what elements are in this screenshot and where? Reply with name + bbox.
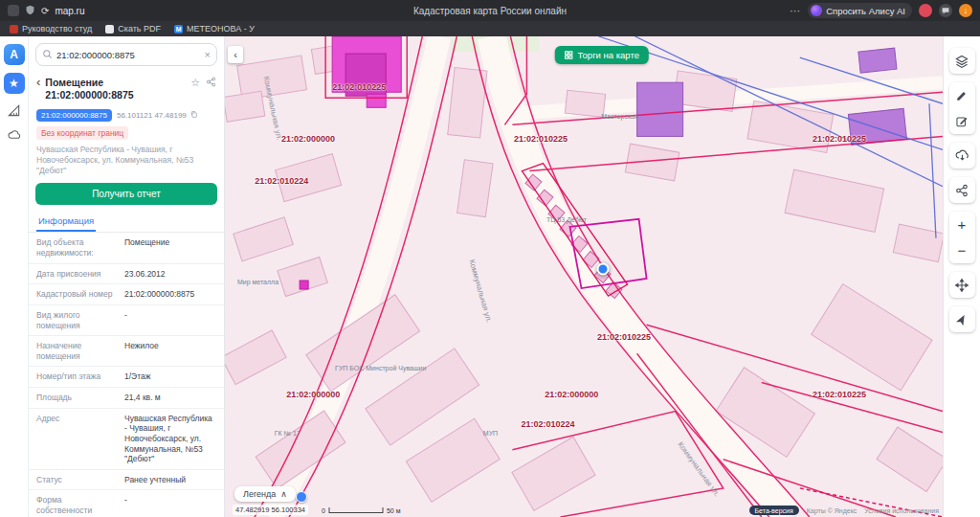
cloud-download-icon [954,147,970,164]
trades-on-map-button[interactable]: Торги на карте [555,46,649,64]
export-cloud-button[interactable] [949,143,975,169]
search-icon [42,49,53,61]
browser-tab-title[interactable]: Кадастровая карта России онлайн [247,6,733,16]
beta-version-badge: Бета-версия [749,506,799,515]
layers-button[interactable] [949,48,975,74]
info-row: Номер/тип этажа1/Этаж [29,367,224,388]
my-location-button[interactable] [949,306,975,332]
alice-label: Спросить Алису AI [826,6,905,16]
object-title: Помещение 21:02:000000:8875 [45,77,186,101]
info-row: АдресЧувашская Республика - Чувашия, г Н… [29,409,224,470]
pencil-icon [955,89,969,102]
info-value: Нежилое [124,341,216,361]
share-icon[interactable] [206,77,216,89]
pan-mode-button[interactable] [949,272,975,298]
layers-icon [954,54,969,69]
info-value: 21:02:000000:8875 [124,289,216,300]
move-arrows-icon [954,278,969,293]
info-label: Назначение помещения [36,341,119,361]
address-bar-url[interactable]: map.ru [55,6,84,16]
info-table: Вид объекта недвижимости:Помещение Дата … [29,233,224,517]
trades-grid-icon [565,51,573,59]
downloads-icon[interactable]: ↓ [959,4,972,17]
no-borders-warning: Без координат границ [36,126,128,140]
cursor-coordinates-readout: 47.482919 56.100334 [233,505,308,515]
clear-search-icon[interactable]: × [205,49,211,60]
zoom-in-button[interactable]: + [949,212,975,237]
info-row: СтатусРанее учтенный [29,470,224,491]
info-row: Дата присвоения23.06.2012 [29,264,224,285]
tab-overview-icon[interactable] [8,5,19,16]
bookmark-favicon [105,25,114,34]
scale-zero-label: 0 [322,507,325,514]
legend-label: Легенда [243,489,276,499]
share-nodes-icon [955,184,969,197]
info-value: 23.06.2012 [124,269,216,280]
measure-ruler-icon[interactable] [6,101,23,119]
info-label: Вид жилого помещения [36,310,119,330]
map-attribution: Карты © Яндекс [807,507,858,514]
cadastral-map-canvas[interactable] [225,36,943,517]
info-value: Чувашская Республика - Чувашия, г Новоче… [124,414,216,464]
tab-information[interactable]: Информация [36,212,96,232]
profile-avatar[interactable] [919,4,932,17]
search-box[interactable]: × [35,43,217,66]
bookmark-item[interactable]: Руководство студ [10,24,92,34]
bookmark-label: Скать PDF [118,24,161,34]
cadastral-map[interactable]: 21:02:010225 21:02:000000 21:02:010225 2… [225,36,943,517]
info-label: Статус [36,475,119,485]
favorites-star-button[interactable]: ★ [4,73,25,94]
bookmark-item[interactable]: Скать PDF [105,24,161,34]
info-value: - [124,495,216,515]
info-row: Площадь21,4 кв. м [29,388,224,409]
extensions-ellipsis-icon[interactable]: ⋯ [790,5,801,17]
protect-shield-icon[interactable] [25,5,35,17]
info-row: Вид жилого помещения- [29,305,224,336]
info-label: Вид объекта недвижимости: [36,237,119,258]
chat-bubble-icon[interactable] [939,4,952,17]
map-toolbar: + − [943,36,980,517]
scale-distance-label: 50 м [387,507,401,514]
reload-icon[interactable]: ⟳ [41,6,49,16]
trades-button-label: Торги на карте [578,50,639,60]
info-label: Форма собственности [36,495,119,515]
info-label: Номер/тип этажа [36,371,119,382]
alice-orb-icon [811,5,822,16]
object-info-panel: × ‹ Помещение 21:02:000000:8875 ☆ 21:02:… [29,36,225,517]
get-report-button[interactable]: Получить отчет [35,183,217,205]
edit-square-icon [955,115,969,128]
info-row: Вид объекта недвижимости:Помещение [29,233,224,263]
share-map-button[interactable] [949,177,975,203]
legend-button[interactable]: Легенда ∧ [234,486,296,502]
zoom-out-button[interactable]: − [949,237,975,263]
object-address-short: Чувашская Республика - Чувашия, г Новоче… [36,145,216,176]
search-input[interactable] [56,50,201,60]
browser-topbar: ⟳ map.ru Кадастровая карта России онлайн… [0,0,980,21]
info-value: Помещение [124,237,216,258]
info-row: Назначение помещенияНежилое [29,336,224,367]
copy-icon[interactable] [189,110,198,121]
terms-of-use-link[interactable]: Условия использования [864,507,939,514]
app-logo[interactable]: A [4,44,25,65]
cloud-icon[interactable] [6,126,23,144]
edit-area-button[interactable] [949,108,975,134]
scale-ruler-icon [328,506,384,514]
map-scale-bar: 0 50 м [322,506,400,514]
panel-tabs: Информация [29,212,224,233]
favorite-star-icon[interactable]: ☆ [190,77,200,89]
bookmark-item[interactable]: M МЕТЕОНОВА - У [174,24,255,34]
info-value: 1/Этаж [124,371,216,382]
info-row: Форма собственности- [29,490,224,517]
plus-icon: + [958,217,967,232]
info-label: Дата присвоения [36,269,119,280]
bookmarks-bar: Руководство студ Скать PDF M МЕТЕОНОВА -… [0,21,980,36]
zoom-group: + − [949,212,975,263]
street-view-pin-icon[interactable] [296,491,307,503]
chevron-up-icon: ∧ [280,489,287,499]
cadastral-number-badge[interactable]: 21:02:000000:8875 [36,109,112,122]
alice-assistant-button[interactable]: Спросить Алису AI [808,3,912,18]
selected-object-marker[interactable] [597,262,610,275]
back-chevron-icon[interactable]: ‹ [36,77,40,88]
collapse-panel-button[interactable]: ‹ [228,46,243,63]
pencil-button[interactable] [949,82,975,108]
